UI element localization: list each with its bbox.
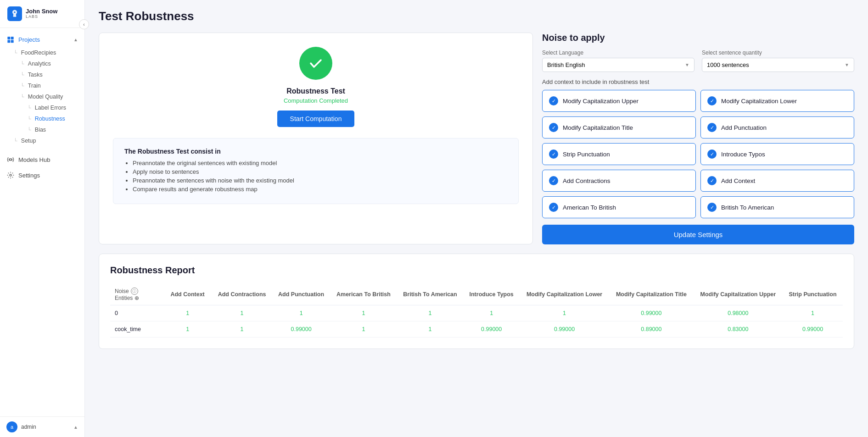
cell-1-5: 0.99000 — [463, 321, 520, 337]
noise-option-8[interactable]: ✓ American To British — [542, 196, 696, 218]
col-header-8: Modify Capitalization Upper — [694, 284, 783, 305]
logo-text: John Snow LABS — [26, 8, 57, 19]
check-icon-6: ✓ — [549, 176, 558, 185]
top-section: Robustness Test Computation Completed St… — [99, 33, 854, 244]
cell-1-8: 0.83000 — [694, 321, 783, 337]
report-table: Noise ⓘ Entities ⊕ Add ContextAdd Contra… — [110, 284, 843, 337]
logo-icon — [7, 6, 22, 21]
check-icon-5: ✓ — [707, 149, 717, 159]
noise-options-grid: ✓ Modify Capitalization Upper ✓ Modify C… — [542, 90, 854, 218]
noise-option-6[interactable]: ✓ Add Contractions — [542, 170, 696, 192]
quantity-select-group: Select sentence quantity 1000 sentences … — [702, 50, 854, 72]
sidebar-item-settings[interactable]: Settings — [0, 167, 84, 183]
sidebar-item-models-hub[interactable]: Models Hub — [0, 152, 84, 167]
noise-option-0[interactable]: ✓ Modify Capitalization Upper — [542, 90, 696, 112]
sidebar-item-tasks[interactable]: Tasks — [0, 69, 84, 80]
svg-point-5 — [10, 159, 11, 160]
cell-1-9: 0.99000 — [783, 321, 843, 337]
projects-label: Projects — [18, 36, 40, 43]
cell-1-1: 1 — [212, 321, 272, 337]
language-select-group: Select Language British English ▼ — [542, 50, 694, 72]
quantity-chevron-down-icon: ▼ — [845, 62, 849, 67]
sidebar-item-robustness[interactable]: Robustness — [0, 113, 84, 124]
sidebar-item-label-errors[interactable]: Label Errors — [0, 102, 84, 113]
page-title: Test Robustness — [99, 9, 854, 23]
update-settings-button[interactable]: Update Settings — [542, 225, 854, 244]
sidebar: John Snow LABS Projects ▲ FoodRecipies A… — [0, 0, 85, 437]
quantity-select[interactable]: 1000 sentences ▼ — [702, 58, 854, 72]
check-icon-7: ✓ — [707, 176, 717, 185]
cell-1-7: 0.89000 — [609, 321, 693, 337]
sidebar-collapse-button[interactable]: ‹ — [79, 19, 89, 29]
cell-1-2: 0.99000 — [272, 321, 330, 337]
svg-rect-2 — [11, 37, 14, 39]
cell-0-8: 0.98000 — [694, 305, 783, 321]
language-chevron-down-icon: ▼ — [685, 62, 689, 67]
entities-info-icon[interactable]: ⊕ — [134, 295, 139, 301]
noise-panel: Noise to apply Select Language British E… — [542, 33, 854, 244]
noise-option-5[interactable]: ✓ Introduce Typos — [700, 143, 854, 165]
report-table-body: 011111110.990000.980001cook_time110.9900… — [110, 305, 843, 337]
table-row: cook_time110.99000110.990000.990000.8900… — [110, 321, 843, 337]
noise-option-9[interactable]: ✓ British To American — [700, 196, 854, 218]
noise-option-2[interactable]: ✓ Modify Capitalization Title — [542, 116, 696, 138]
cell-1-6: 0.99000 — [520, 321, 609, 337]
noise-option-7[interactable]: ✓ Add Context — [700, 170, 854, 192]
check-icon-4: ✓ — [549, 149, 558, 159]
noise-info-icon[interactable]: ⓘ — [131, 288, 138, 295]
cell-0-1: 1 — [212, 305, 272, 321]
desc-item-2: Apply noise to sentences — [133, 168, 507, 175]
logo: John Snow LABS — [0, 0, 84, 28]
admin-chevron-icon[interactable]: ▲ — [73, 425, 78, 430]
main-content: Test Robustness Robustness Test Computat… — [85, 0, 868, 437]
svg-rect-3 — [7, 40, 10, 43]
noise-option-1[interactable]: ✓ Modify Capitalization Lower — [700, 90, 854, 112]
svg-rect-1 — [7, 37, 10, 39]
cell-0-3: 1 — [330, 305, 397, 321]
sidebar-item-bias[interactable]: Bias — [0, 124, 84, 135]
start-computation-button[interactable]: Start Computation — [277, 111, 355, 127]
report-title: Robustness Report — [110, 265, 843, 276]
sidebar-item-setup[interactable]: Setup — [0, 135, 84, 146]
desc-item-3: Preannotate the sentences with noise wit… — [133, 177, 507, 184]
col-header-1: Add Contractions — [212, 284, 272, 305]
cell-0-5: 1 — [463, 305, 520, 321]
col-header-4: British To American — [397, 284, 464, 305]
sidebar-item-model-quality[interactable]: Model Quality — [0, 91, 84, 102]
col-header-0: Add Context — [163, 284, 212, 305]
noise-column-header: Noise ⓘ — [115, 288, 163, 295]
noise-option-4[interactable]: ✓ Strip Punctuation — [542, 143, 696, 165]
context-label: Add context to include in robustness tes… — [542, 78, 854, 85]
sidebar-item-food-recipes[interactable]: FoodRecipies — [0, 47, 84, 58]
col-header-3: American To British — [330, 284, 397, 305]
cell-1-4: 1 — [397, 321, 464, 337]
check-icon-8: ✓ — [549, 203, 558, 212]
col-header-9: Strip Punctuation — [783, 284, 843, 305]
check-icon-2: ✓ — [549, 123, 558, 132]
models-hub-icon — [6, 155, 15, 164]
language-select-label: Select Language — [542, 50, 694, 56]
desc-item-1: Preannotate the original sentences with … — [133, 160, 507, 166]
admin-label: admin — [21, 424, 36, 430]
entities-column-header: Entities ⊕ — [115, 295, 163, 301]
sidebar-item-analytics[interactable]: Analytics — [0, 58, 84, 69]
col-header-5: Introduce Typos — [463, 284, 520, 305]
svg-point-0 — [14, 11, 15, 13]
noise-title: Noise to apply — [542, 33, 854, 43]
cell-0-2: 1 — [272, 305, 330, 321]
quantity-select-label: Select sentence quantity — [702, 50, 854, 56]
cell-1-0: 1 — [163, 321, 212, 337]
success-check-icon — [299, 47, 332, 80]
projects-chevron: ▲ — [73, 37, 78, 42]
cell-0-7: 0.99000 — [609, 305, 693, 321]
sidebar-item-projects[interactable]: Projects ▲ — [0, 32, 84, 47]
robustness-card-title: Robustness Test — [286, 87, 345, 95]
cell-0-6: 1 — [520, 305, 609, 321]
sidebar-item-train[interactable]: Train — [0, 80, 84, 91]
sidebar-nav: Projects ▲ FoodRecipies Analytics Tasks … — [0, 28, 84, 416]
col-header-2: Add Punctuation — [272, 284, 330, 305]
language-select[interactable]: British English ▼ — [542, 58, 694, 72]
settings-icon — [6, 171, 15, 179]
table-row: 011111110.990000.980001 — [110, 305, 843, 321]
noise-option-3[interactable]: ✓ Add Punctuation — [700, 116, 854, 138]
